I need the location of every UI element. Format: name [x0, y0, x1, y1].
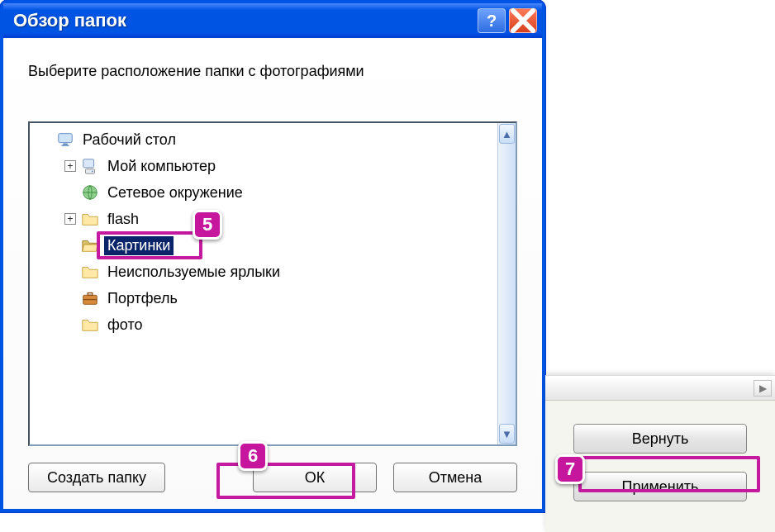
- folder-icon: [81, 263, 99, 281]
- tree-item[interactable]: Сетевое окружение: [30, 179, 497, 206]
- create-folder-button[interactable]: Создать папку: [28, 463, 165, 492]
- expand-spacer: [64, 240, 76, 251]
- expand-icon[interactable]: +: [64, 160, 76, 172]
- side-panel-header: ▶: [545, 376, 775, 401]
- folder-tree[interactable]: Рабочий стол+Мой компьютерСетевое окруже…: [30, 123, 497, 444]
- highlight-7: [578, 456, 760, 492]
- tree-item[interactable]: +Мой компьютер: [30, 153, 497, 179]
- side-panel: ▶ Вернуть Применить: [545, 375, 775, 532]
- highlight-5: [97, 231, 202, 259]
- annotation-5: 5: [193, 210, 222, 240]
- titlebar[interactable]: Обзор папок ?: [3, 3, 542, 38]
- expand-spacer: [64, 292, 76, 304]
- tree-item-label: Рабочий стол: [79, 131, 179, 150]
- scroll-down-arrow[interactable]: ▼: [499, 424, 515, 444]
- help-button[interactable]: ?: [478, 8, 506, 33]
- tree-item[interactable]: фото: [30, 311, 497, 338]
- tree-item-label: Портфель: [104, 289, 181, 308]
- computer-icon: [81, 157, 99, 175]
- tree-item-label: фото: [104, 316, 145, 335]
- folder-tree-container: Рабочий стол+Мой компьютерСетевое окруже…: [28, 121, 517, 446]
- window-title: Обзор папок: [13, 10, 126, 31]
- expand-spacer: [64, 319, 76, 330]
- desktop-icon: [56, 131, 74, 149]
- annotation-6: 6: [238, 441, 268, 471]
- tree-item[interactable]: Портфель: [30, 285, 497, 311]
- scroll-right-arrow[interactable]: ▶: [754, 380, 772, 397]
- network-icon: [81, 183, 99, 202]
- tree-item[interactable]: +flash: [30, 206, 497, 232]
- browse-folder-dialog: Обзор папок ? Выберите расположение папк…: [0, 0, 545, 512]
- svg-rect-1: [63, 144, 68, 145]
- cancel-button[interactable]: Отмена: [393, 463, 517, 492]
- annotation-7: 7: [555, 454, 585, 484]
- tree-item-label: Сетевое окружение: [104, 183, 246, 202]
- instruction-text: Выберите расположение папки с фотография…: [28, 63, 517, 80]
- vertical-scrollbar[interactable]: ▲ ▼: [497, 123, 516, 444]
- scroll-up-arrow[interactable]: ▲: [499, 124, 515, 144]
- svg-rect-8: [88, 293, 93, 296]
- folder-icon: [81, 210, 99, 228]
- svg-rect-0: [59, 134, 73, 143]
- svg-rect-3: [83, 159, 94, 168]
- svg-rect-9: [83, 299, 97, 300]
- expand-icon[interactable]: +: [64, 213, 76, 225]
- tree-item-label: Неиспользуемые ярлыки: [104, 263, 283, 282]
- expand-spacer: [40, 134, 51, 145]
- close-button[interactable]: [509, 8, 537, 33]
- svg-point-5: [92, 171, 93, 173]
- briefcase-icon: [81, 289, 99, 307]
- tree-item[interactable]: Рабочий стол: [30, 126, 497, 153]
- scroll-track[interactable]: [498, 145, 516, 423]
- highlight-6: [216, 463, 355, 499]
- tree-item-label: Мой компьютер: [104, 157, 219, 176]
- folder-icon: [81, 316, 99, 334]
- expand-spacer: [64, 266, 76, 278]
- tree-item-label: flash: [104, 210, 142, 229]
- expand-spacer: [64, 187, 76, 198]
- revert-button[interactable]: Вернуть: [573, 424, 747, 454]
- svg-rect-2: [61, 145, 69, 145]
- tree-item[interactable]: Неиспользуемые ярлыки: [30, 259, 497, 285]
- svg-rect-4: [86, 169, 95, 174]
